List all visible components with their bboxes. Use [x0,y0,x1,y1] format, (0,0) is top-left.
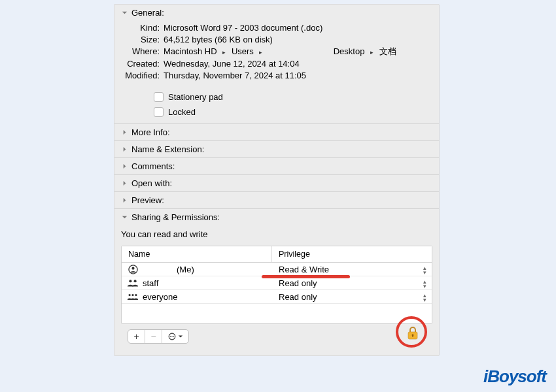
segmented-control: + − [128,329,189,344]
svg-point-3 [134,280,137,282]
svg-point-4 [128,294,130,296]
privilege-select[interactable]: Read only [272,292,432,302]
updown-icon [423,293,426,303]
chevron-down-icon [121,10,128,16]
section-comments[interactable]: Comments: [114,157,439,174]
triangle-right-icon: ▸ [370,49,374,56]
kind-value: Microsoft Word 97 - 2003 document (.doc) [164,22,439,34]
chevron-right-icon [121,197,128,204]
modified-label: Modified: [114,70,164,82]
permissions-header: Name Privilege [122,246,432,263]
table-row[interactable]: staff Read only [122,276,432,290]
checkbox-locked[interactable] [154,107,164,117]
path-seg: 文档 [379,46,396,57]
size-label: Size: [114,34,164,46]
section-title: More Info: [131,127,170,137]
annotation-underline [262,275,350,278]
section-more-info[interactable]: More Info: [114,123,439,140]
svg-point-8 [170,336,171,337]
section-name-extension[interactable]: Name & Extension: [114,140,439,157]
kind-label: Kind: [114,22,164,34]
section-title: Name & Extension: [131,144,204,154]
chevron-right-icon [121,129,128,136]
privilege-select[interactable]: Read only [272,278,432,288]
info-panel: General: Kind: Microsoft Word 97 - 2003 … [114,4,440,356]
annotation-circle [396,316,427,348]
locked-label: Locked [168,107,196,117]
created-value: Wednesday, June 12, 2024 at 14:04 [164,58,439,70]
section-general[interactable]: General: [114,5,439,21]
updown-icon [423,279,426,289]
svg-point-10 [173,336,175,337]
where-value: Macintosh HD ▸ Users ▸ Desktop ▸ 文档 [164,46,439,58]
chevron-right-icon [121,163,128,170]
svg-point-5 [131,294,133,296]
section-title: Open with: [131,178,172,188]
action-menu[interactable] [162,330,188,343]
chevron-right-icon [121,180,128,187]
section-title: Comments: [131,161,175,171]
updown-icon [423,265,426,276]
table-row[interactable]: (Me) Read & Write [122,263,432,276]
svg-point-6 [135,294,137,296]
locked-row[interactable]: Locked [114,103,439,118]
section-title: Sharing & Permissions: [131,212,220,222]
chevron-down-icon [121,214,128,221]
stationery-label: Stationery pad [168,92,223,102]
general-content: Kind: Microsoft Word 97 - 2003 document … [114,21,439,123]
checkbox-stationery[interactable] [154,92,164,102]
section-preview[interactable]: Preview: [114,191,439,208]
created-label: Created: [114,58,164,70]
group-icon [127,292,139,301]
triangle-right-icon: ▸ [259,49,262,56]
where-label: Where: [114,46,164,57]
triangle-right-icon: ▸ [222,49,226,56]
section-title: Preview: [131,195,164,205]
permissions-table: Name Privilege (Me) Read & Write [121,246,432,324]
watermark: iBoysoft [483,367,546,387]
permissions-body: You can read and write Name Privilege (M… [114,225,439,355]
path-seg: Users [232,46,254,57]
permissions-message: You can read and write [121,229,432,239]
svg-point-9 [171,336,173,337]
modified-value: Thursday, November 7, 2024 at 11:05 [164,70,439,82]
row-name: staff [143,278,158,288]
add-button[interactable]: + [128,330,145,343]
col-name: Name [122,246,272,262]
path-seg: Desktop [334,46,365,57]
privilege-select[interactable]: Read & Write [272,265,432,274]
remove-button[interactable]: − [145,330,162,343]
chevron-right-icon [121,146,128,153]
svg-point-2 [129,280,131,282]
section-sharing[interactable]: Sharing & Permissions: [114,208,439,225]
path-seg: Macintosh HD [164,46,217,57]
row-name: everyone [143,292,177,302]
permissions-footer: + − [121,324,432,349]
section-open-with[interactable]: Open with: [114,174,439,191]
section-title: General: [131,8,164,18]
group-icon [127,278,139,287]
table-row[interactable]: everyone Read only [122,290,432,304]
size-value: 64,512 bytes (66 KB on disk) [164,34,439,46]
user-icon [127,265,139,274]
stationery-row[interactable]: Stationery pad [114,91,439,103]
col-privilege: Privilege [272,246,432,262]
svg-point-1 [131,267,134,269]
table-blank [122,304,432,323]
lock-button[interactable] [398,319,427,348]
row-suffix: (Me) [177,265,194,274]
